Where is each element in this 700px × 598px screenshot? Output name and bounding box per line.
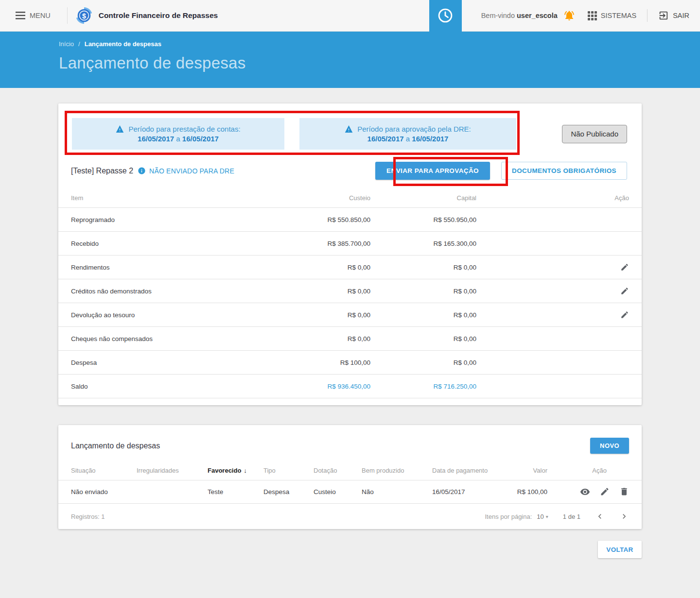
col-capital: Capital (370, 194, 476, 202)
warning-icon (345, 125, 353, 133)
sair-button[interactable]: SAIR (658, 10, 689, 21)
col-data-pagamento[interactable]: Data de pagamento (432, 467, 506, 474)
prev-page-button[interactable] (595, 512, 605, 521)
expenses-header: Lançamento de despesas NOVO (58, 425, 642, 454)
page-title: Lançamento de despesas (59, 54, 700, 72)
page-indicator: 1 de 1 (563, 513, 580, 520)
row-capital: R$ 0,00 (370, 311, 476, 319)
row-custeio: R$ 0,00 (273, 288, 370, 295)
row-item: Recebido (71, 240, 273, 247)
cell-tipo: Despesa (263, 488, 314, 495)
cell-valor: R$ 100,00 (506, 488, 554, 495)
row-actions (554, 487, 629, 497)
items-per-page-select[interactable]: 10 ▾ (537, 513, 548, 520)
summary-table: Item Custeio Capital Ação Reprogramado R… (58, 194, 642, 405)
edit-button[interactable] (620, 287, 629, 295)
pencil-icon (600, 487, 610, 496)
row-capital: R$ 0,00 (370, 288, 476, 295)
novo-button[interactable]: NOVO (590, 438, 629, 454)
col-acao: Ação (554, 467, 629, 474)
expense-row: Não enviado Teste Despesa Custeio Não 16… (58, 480, 642, 504)
row-item: Despesa (71, 359, 273, 366)
expenses-card: Lançamento de despesas NOVO Situação Irr… (58, 425, 642, 529)
sort-desc-icon: ↓ (244, 467, 247, 474)
alert-prestacao-periodo: Período para prestação de contas: 16/05/… (72, 118, 284, 150)
alert-aprovacao-periodo: Período para aprovação pela DRE: 16/05/2… (299, 118, 516, 150)
sair-label: SAIR (673, 12, 689, 19)
status-badge-nao-publicado[interactable]: Não Publicado (562, 125, 627, 143)
topbar-divider-2 (647, 9, 648, 22)
alerts-row: Período para prestação de contas: 16/05/… (58, 103, 642, 150)
hamburger-icon (16, 12, 25, 19)
row-capital: R$ 0,00 (370, 335, 476, 342)
col-situacao[interactable]: Situação (71, 467, 137, 474)
col-bem-produzido[interactable]: Bem produzido (362, 467, 432, 474)
alert-dates: 16/05/2017 a 16/05/2017 (138, 135, 219, 143)
col-favorecido-sorted[interactable]: Favorecido↓ (208, 467, 263, 474)
documentos-obrigatorios-button[interactable]: DOCUMENTOS OBRIGATÓRIOS (501, 162, 627, 180)
row-item: Reprogramado (71, 216, 273, 223)
menu-label: MENU (30, 12, 51, 19)
cell-bem-produzido: Não (362, 488, 432, 495)
app-title: Controle Financeiro de Repasses (99, 11, 218, 20)
notifications-bell-button[interactable] (563, 10, 575, 21)
clock-icon (437, 7, 454, 24)
col-custeio: Custeio (273, 194, 370, 202)
alert-label: Período para prestação de contas: (128, 125, 240, 133)
exit-icon (658, 10, 669, 21)
repasse-title: [Teste] Repasse 2 (71, 167, 133, 175)
cell-situacao: Não enviado (71, 488, 137, 495)
row-custeio: R$ 100,00 (273, 359, 370, 366)
table-row: Reprogramado R$ 550.850,00 R$ 550.950,00 (58, 208, 642, 232)
username: user_escola (517, 12, 558, 19)
next-page-button[interactable] (619, 512, 629, 521)
edit-button[interactable] (620, 263, 629, 272)
chevron-down-icon: ▾ (546, 514, 548, 519)
records-count: Registros: 1 (71, 513, 105, 520)
table-row: Devolução ao tesouro R$ 0,00 R$ 0,00 (58, 303, 642, 327)
delete-button[interactable] (619, 487, 629, 497)
chevron-right-icon (619, 512, 629, 521)
col-item: Item (71, 194, 273, 202)
voltar-button[interactable]: VOLTAR (598, 541, 642, 558)
sistemas-label: SISTEMAS (601, 12, 636, 19)
table-row: Cheques não compensados R$ 0,00 R$ 0,00 (58, 327, 642, 351)
edit-button[interactable] (600, 487, 610, 497)
breadcrumb-home[interactable]: Início (59, 40, 74, 48)
summary-table-header: Item Custeio Capital Ação (58, 194, 642, 208)
welcome-prefix: Bem-vindo (481, 12, 515, 19)
expenses-title: Lançamento de despesas (71, 442, 160, 450)
view-button[interactable] (580, 487, 590, 497)
row-custeio: R$ 0,00 (273, 264, 370, 271)
menu-button[interactable]: MENU (16, 12, 51, 19)
table-row: Créditos não demonstrados R$ 0,00 R$ 0,0… (58, 279, 642, 303)
row-capital: R$ 550.950,00 (370, 216, 476, 223)
row-capital: R$ 165.300,00 (370, 240, 476, 247)
cell-dotacao: Custeio (314, 488, 362, 495)
col-dotacao[interactable]: Dotação (314, 467, 362, 474)
col-tipo[interactable]: Tipo (263, 467, 314, 474)
svg-text:$: $ (82, 12, 86, 20)
table-row: Rendimentos R$ 0,00 R$ 0,00 (58, 256, 642, 279)
row-item: Créditos não demonstrados (71, 288, 273, 295)
col-valor[interactable]: Valor (506, 467, 554, 474)
col-acao: Ação (476, 194, 629, 202)
bell-icon (563, 10, 575, 21)
row-custeio: R$ 0,00 (273, 335, 370, 342)
breadcrumb: Início / Lançamento de despesas (59, 32, 700, 48)
col-irregularidades[interactable]: Irregularidades (137, 467, 208, 474)
sistemas-button[interactable]: SISTEMAS (588, 11, 636, 20)
cell-favorecido: Teste (208, 488, 263, 495)
history-clock-button[interactable] (429, 0, 462, 32)
trash-icon (619, 487, 629, 496)
row-custeio: R$ 550.850,00 (273, 216, 370, 223)
enviar-aprovacao-button[interactable]: ENVIAR PARA APROVAÇÃO (375, 162, 490, 180)
breadcrumb-separator: / (78, 40, 80, 48)
row-capital: R$ 0,00 (370, 264, 476, 271)
breadcrumb-current: Lançamento de despesas (85, 40, 161, 48)
edit-button[interactable] (620, 310, 629, 319)
row-custeio: R$ 936.450,00 (273, 383, 370, 390)
pencil-icon (620, 263, 629, 272)
row-item: Cheques não compensados (71, 335, 273, 342)
alert-dates: 16/05/2017 a 16/05/2017 (368, 135, 449, 143)
